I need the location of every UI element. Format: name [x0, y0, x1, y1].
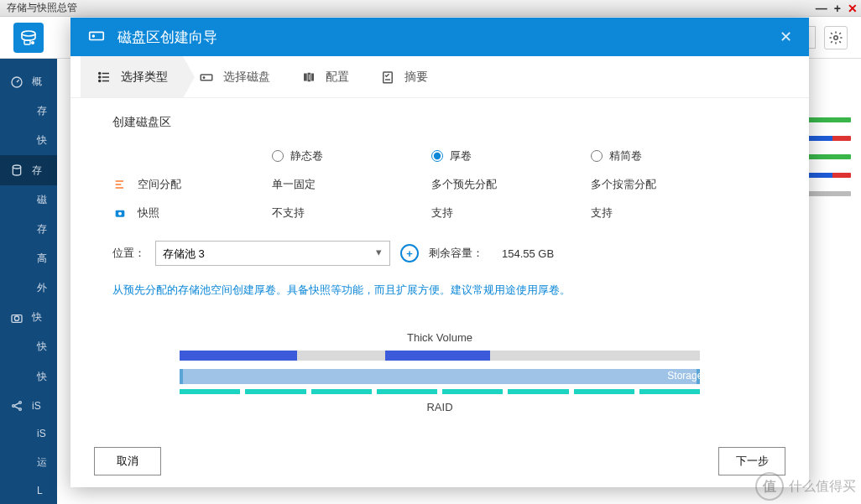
disk-icon [87, 26, 106, 49]
settings-button[interactable] [824, 26, 848, 49]
svg-point-0 [22, 31, 35, 36]
database-icon [10, 164, 23, 177]
cell: 多个预先分配 [431, 177, 591, 192]
sidebar: 概 存 快 存 磁 存 高 外 快 快 快 iS iS 运 L [0, 59, 57, 504]
modal-close-button[interactable]: ✕ [780, 28, 792, 46]
cell: 单一固定 [272, 177, 431, 192]
window-title: 存储与快照总管 [7, 1, 77, 15]
storage-pool-select[interactable]: 存储池 3 [155, 241, 390, 266]
gear-icon [828, 30, 843, 45]
svg-point-13 [99, 72, 101, 74]
svg-point-8 [13, 405, 15, 408]
maximize-button[interactable]: + [834, 2, 841, 15]
radio-thick-volume[interactable]: 厚卷 [431, 148, 591, 164]
modal-body: 创建磁盘区 静态卷 厚卷 精简卷 空间分配 单一固定 多个预先分配 多个按需分配… [70, 98, 809, 435]
svg-point-3 [834, 35, 838, 39]
svg-point-10 [19, 408, 22, 411]
svg-point-9 [19, 402, 22, 404]
sidebar-item-snapshot[interactable]: 快 [0, 303, 57, 332]
close-window-button[interactable]: ✕ [848, 2, 858, 15]
sidebar-item-storage[interactable]: 存 [0, 155, 57, 184]
location-label: 位置： [112, 246, 145, 261]
sidebar-item[interactable]: 快 [0, 126, 57, 155]
snapshot-icon [112, 205, 128, 221]
modal-footer: 取消 下一步 [70, 435, 809, 487]
gauge-icon [10, 75, 23, 89]
remaining-value: 154.55 GB [502, 247, 554, 260]
thick-volume-bar [180, 351, 700, 361]
raid-bar [180, 389, 700, 394]
step-select-disk[interactable]: 选择磁盘 [183, 56, 285, 97]
svg-point-14 [99, 75, 101, 77]
volume-wizard-modal: 磁盘区创建向导 ✕ 选择类型 选择磁盘 配置 摘要 创建磁盘区 静态卷 厚卷 精… [70, 18, 809, 487]
modal-header: 磁盘区创建向导 ✕ [70, 18, 809, 56]
step-configure[interactable]: 配置 [285, 56, 364, 97]
status-bars [804, 117, 851, 196]
sidebar-item[interactable]: 存 [0, 215, 57, 244]
diagram-raid-label: RAID [112, 401, 767, 413]
sidebar-item-overview[interactable]: 概 [0, 67, 57, 96]
remaining-label: 剩余容量： [429, 246, 483, 261]
svg-rect-19 [308, 73, 310, 81]
svg-point-5 [13, 165, 20, 169]
drive-icon [198, 69, 215, 86]
minimize-button[interactable]: — [816, 2, 827, 15]
radio-static-volume[interactable]: 静态卷 [272, 148, 431, 164]
svg-rect-20 [311, 73, 314, 81]
sidebar-item[interactable]: 快 [0, 332, 57, 361]
sidebar-item[interactable]: 运 [0, 447, 57, 476]
sidebar-item[interactable]: 快 [0, 362, 57, 392]
app-icon [13, 23, 44, 53]
clipboard-icon [379, 69, 396, 86]
svg-point-7 [14, 316, 18, 320]
modal-title: 磁盘区创建向导 [117, 28, 217, 47]
svg-point-12 [92, 35, 94, 37]
svg-rect-18 [304, 73, 307, 81]
row-snapshot-label: 快照 [112, 205, 272, 221]
sidebar-item[interactable]: 磁 [0, 185, 57, 215]
cell: 不支持 [272, 205, 431, 221]
camera-icon [10, 311, 23, 325]
svg-point-17 [203, 76, 205, 78]
sidebar-item[interactable]: iS [0, 420, 57, 447]
allocation-icon [112, 177, 128, 192]
sidebar-item[interactable]: L [0, 477, 57, 504]
svg-rect-16 [201, 75, 212, 81]
cell: 支持 [431, 205, 591, 221]
share-icon [10, 399, 23, 413]
radio-thin-volume[interactable]: 精简卷 [591, 148, 750, 164]
svg-rect-21 [384, 72, 393, 83]
sidebar-item[interactable]: 高 [0, 244, 57, 273]
volume-type-grid: 静态卷 厚卷 精简卷 空间分配 单一固定 多个预先分配 多个按需分配 快照 不支… [112, 148, 767, 221]
sidebar-item[interactable]: 外 [0, 273, 57, 303]
location-row: 位置： 存储池 3 + 剩余容量： 154.55 GB [112, 241, 767, 266]
list-icon [96, 69, 112, 86]
sliders-icon [300, 69, 317, 86]
cell: 多个按需分配 [591, 177, 750, 192]
step-select-type[interactable]: 选择类型 [81, 56, 183, 97]
cancel-button[interactable]: 取消 [94, 447, 161, 475]
wizard-steps: 选择类型 选择磁盘 配置 摘要 [70, 56, 809, 98]
hint-text: 从预先分配的存储池空间创建厚卷。具备快照等功能，而且扩展方便。建议常规用途使用厚… [112, 283, 767, 298]
diagram-thick-label: Thick Volume [112, 331, 767, 344]
cell: 支持 [591, 205, 750, 221]
svg-point-23 [118, 212, 122, 216]
storage-pool-bar: Storage Pool [180, 369, 700, 384]
svg-point-15 [99, 80, 101, 81]
step-summary[interactable]: 摘要 [364, 56, 443, 97]
sidebar-item-iscsi[interactable]: iS [0, 392, 57, 420]
svg-point-2 [31, 41, 34, 44]
add-pool-button[interactable]: + [400, 244, 419, 262]
volume-diagram: Thick Volume Storage Pool RAID [112, 331, 767, 413]
svg-rect-11 [90, 32, 104, 39]
sidebar-item[interactable]: 存 [0, 96, 57, 126]
window-title-bar: 存储与快照总管 — + ✕ [0, 0, 861, 17]
row-allocation-label: 空间分配 [112, 177, 272, 192]
window-controls: — + ✕ [816, 2, 858, 15]
section-title: 创建磁盘区 [112, 115, 767, 130]
next-button[interactable]: 下一步 [718, 447, 785, 475]
